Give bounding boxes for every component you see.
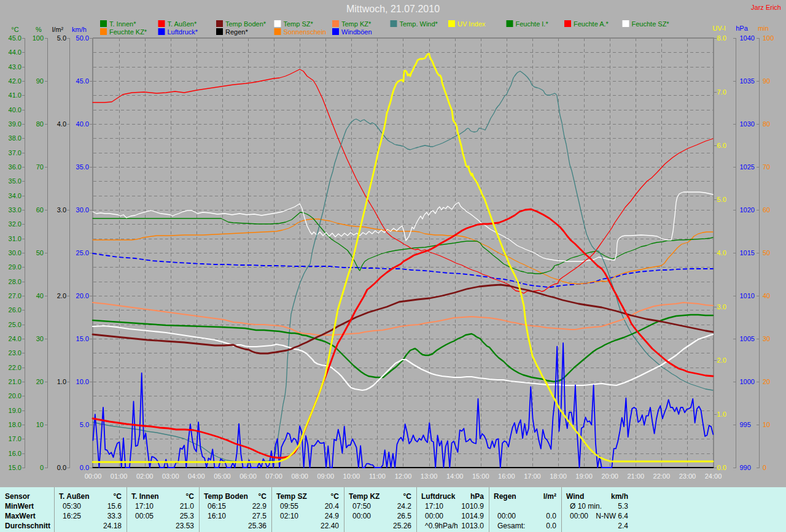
svg-text:19:00: 19:00: [575, 472, 593, 480]
svg-text:60: 60: [763, 206, 770, 214]
svg-text:16:25: 16:25: [63, 512, 81, 520]
svg-text:l/m²: l/m²: [543, 492, 556, 501]
svg-text:40: 40: [36, 292, 44, 299]
svg-text:05:30: 05:30: [63, 502, 81, 511]
svg-text:40.0: 40.0: [9, 106, 21, 114]
svg-text:5.0: 5.0: [57, 34, 66, 42]
svg-text:17:00: 17:00: [524, 472, 541, 480]
svg-text:31.0: 31.0: [9, 235, 21, 242]
svg-text:UV Index: UV Index: [457, 20, 486, 28]
svg-text:30: 30: [763, 335, 770, 342]
svg-text:8.0: 8.0: [717, 34, 726, 42]
svg-text:30.0: 30.0: [9, 249, 21, 256]
svg-text:00:00: 00:00: [425, 512, 443, 520]
svg-text:25.3: 25.3: [180, 512, 195, 520]
svg-text:1000: 1000: [740, 378, 755, 385]
svg-text:Temp SZ*: Temp SZ*: [284, 20, 314, 28]
svg-text:°C: °C: [331, 492, 340, 501]
svg-text:10:00: 10:00: [343, 472, 360, 480]
svg-text:Luftdruck: Luftdruck: [421, 492, 456, 501]
svg-text:42.0: 42.0: [9, 77, 21, 85]
svg-text:90: 90: [763, 77, 770, 85]
svg-text:35.0: 35.0: [76, 163, 89, 171]
svg-text:22.9: 22.9: [252, 502, 267, 511]
svg-text:1.0: 1.0: [717, 411, 726, 418]
svg-text:2.0: 2.0: [717, 357, 726, 364]
svg-text:34.0: 34.0: [9, 192, 21, 199]
svg-text:30: 30: [36, 335, 44, 342]
svg-text:Feuchte A.*: Feuchte A.*: [574, 20, 609, 28]
svg-text:18:00: 18:00: [550, 472, 567, 480]
svg-text:00:00: 00:00: [497, 512, 516, 520]
svg-text:25.0: 25.0: [76, 249, 89, 256]
svg-text:6.0: 6.0: [717, 142, 726, 149]
svg-text:Wind: Wind: [566, 492, 584, 501]
svg-text:41.0: 41.0: [9, 91, 21, 99]
svg-text:T. Außen: T. Außen: [59, 492, 90, 501]
svg-text:50: 50: [763, 249, 770, 256]
svg-text:24.9: 24.9: [325, 512, 340, 520]
svg-text:12:00: 12:00: [395, 472, 412, 480]
svg-text:%: %: [36, 26, 42, 33]
svg-text:23:00: 23:00: [679, 472, 696, 480]
svg-text:Gesamt:: Gesamt:: [497, 522, 525, 530]
svg-text:5.0: 5.0: [717, 196, 726, 203]
svg-text:1005: 1005: [740, 335, 755, 342]
svg-text:1030: 1030: [740, 120, 755, 128]
svg-text:Temp SZ: Temp SZ: [276, 492, 307, 501]
svg-text:36.0: 36.0: [9, 163, 21, 171]
svg-text:1013.0: 1013.0: [461, 522, 484, 530]
svg-text:Mittwoch, 21.07.2010: Mittwoch, 21.07.2010: [346, 4, 440, 14]
svg-text:N-NW 6.4: N-NW 6.4: [596, 512, 628, 520]
svg-text:MinWert: MinWert: [5, 502, 34, 511]
svg-text:Durchschnitt: Durchschnitt: [5, 522, 50, 530]
svg-text:22:00: 22:00: [653, 472, 671, 480]
svg-text:2.4: 2.4: [618, 522, 628, 530]
svg-text:07:50: 07:50: [352, 502, 371, 511]
svg-text:2.0: 2.0: [57, 292, 66, 299]
svg-text:°C: °C: [259, 492, 267, 501]
svg-text:995: 995: [740, 421, 751, 428]
svg-text:24:00: 24:00: [705, 472, 722, 480]
svg-text:24.0: 24.0: [9, 335, 21, 342]
svg-text:27.5: 27.5: [252, 512, 267, 520]
svg-text:Temp. Wind*: Temp. Wind*: [400, 20, 438, 28]
svg-text:0: 0: [763, 464, 766, 471]
svg-text:00:00: 00:00: [352, 512, 371, 520]
svg-text:MaxWert: MaxWert: [5, 512, 36, 520]
svg-text:3.0: 3.0: [717, 303, 726, 310]
svg-text:1.0: 1.0: [57, 378, 66, 385]
svg-text:4.0: 4.0: [57, 120, 66, 128]
svg-text:45.0: 45.0: [9, 34, 21, 42]
svg-text:08:00: 08:00: [291, 472, 308, 480]
svg-text:Sensor: Sensor: [5, 492, 30, 501]
svg-text:37.0: 37.0: [9, 149, 21, 156]
svg-text:43.0: 43.0: [9, 63, 21, 71]
svg-text:7.0: 7.0: [717, 88, 726, 96]
svg-text:28.0: 28.0: [9, 278, 21, 285]
svg-text:4.0: 4.0: [717, 249, 726, 256]
svg-text:20.0: 20.0: [76, 292, 89, 299]
svg-text:03:00: 03:00: [162, 472, 179, 480]
svg-text:1015: 1015: [740, 249, 755, 256]
svg-text:23.53: 23.53: [176, 522, 194, 530]
svg-text:18.0: 18.0: [9, 421, 21, 428]
svg-text:16.0: 16.0: [9, 450, 21, 457]
svg-text:°C: °C: [403, 492, 412, 501]
svg-text:10.0: 10.0: [76, 378, 89, 385]
svg-text:33.0: 33.0: [9, 206, 21, 214]
svg-text:32.0: 32.0: [9, 220, 21, 228]
svg-text:20.4: 20.4: [325, 502, 340, 511]
svg-text:UV-I: UV-I: [712, 25, 725, 32]
svg-text:70: 70: [36, 163, 44, 171]
svg-text:l/m²: l/m²: [52, 26, 64, 33]
svg-text:80: 80: [36, 120, 44, 128]
svg-text:Jarz Erich: Jarz Erich: [751, 4, 781, 11]
svg-text:25.0: 25.0: [9, 321, 21, 328]
svg-text:21.0: 21.0: [9, 378, 21, 385]
svg-text:1010: 1010: [740, 292, 755, 299]
svg-text:06:15: 06:15: [208, 502, 226, 511]
svg-text:50: 50: [36, 249, 44, 256]
svg-text:°C: °C: [11, 26, 18, 33]
svg-text:22.40: 22.40: [321, 522, 339, 530]
